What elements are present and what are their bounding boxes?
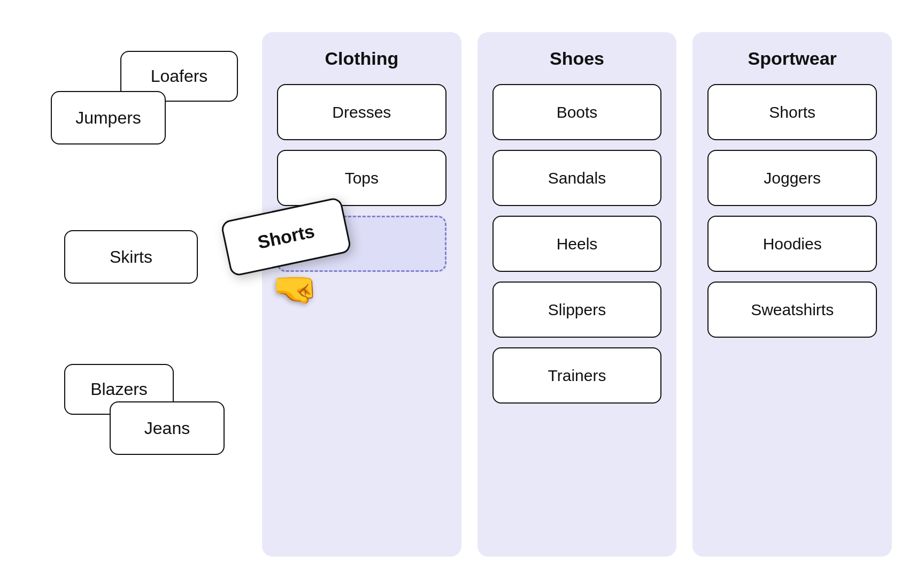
hand-cursor-icon: 🤛: [273, 268, 318, 310]
columns-area: Clothing Dresses Tops Shoes Boots Sa: [262, 21, 892, 557]
shoes-items: Boots Sandals Heels Slippers Trainers: [492, 84, 662, 404]
card-boots[interactable]: Boots: [492, 84, 662, 140]
column-shoes: Shoes Boots Sandals Heels Slippers Train…: [478, 32, 677, 557]
jeans-label: Jeans: [144, 419, 190, 438]
card-sweatshirts[interactable]: Sweatshirts: [707, 282, 877, 338]
card-skirts[interactable]: Skirts: [64, 230, 198, 284]
sandals-label: Sandals: [548, 169, 606, 187]
card-dresses[interactable]: Dresses: [277, 84, 446, 140]
blazers-label: Blazers: [90, 379, 148, 399]
heels-label: Heels: [557, 235, 598, 253]
card-sandals[interactable]: Sandals: [492, 150, 662, 206]
main-container: Loafers Jumpers Skirts Blazers Jeans Clo…: [0, 0, 924, 578]
clothing-title: Clothing: [325, 48, 398, 69]
shorts-sport-label: Shorts: [769, 103, 815, 121]
scatter-area: Loafers Jumpers Skirts Blazers Jeans: [32, 21, 262, 530]
loafers-label: Loafers: [151, 66, 208, 86]
skirts-label: Skirts: [110, 247, 152, 267]
joggers-label: Joggers: [764, 169, 821, 187]
boots-label: Boots: [557, 103, 598, 121]
sportwear-items: Shorts Joggers Hoodies Sweatshirts: [707, 84, 877, 338]
card-slippers[interactable]: Slippers: [492, 282, 662, 338]
trainers-label: Trainers: [548, 367, 606, 385]
tops-label: Tops: [345, 169, 379, 187]
slippers-label: Slippers: [548, 301, 606, 319]
jumpers-label: Jumpers: [75, 108, 141, 128]
card-joggers[interactable]: Joggers: [707, 150, 877, 206]
dragged-label: Shorts: [256, 220, 316, 253]
sweatshirts-label: Sweatshirts: [751, 301, 834, 319]
column-sportwear: Sportwear Shorts Joggers Hoodies Sweatsh…: [692, 32, 892, 557]
card-hoodies[interactable]: Hoodies: [707, 216, 877, 272]
card-heels[interactable]: Heels: [492, 216, 662, 272]
card-jeans[interactable]: Jeans: [110, 401, 225, 455]
card-jumpers[interactable]: Jumpers: [51, 91, 166, 144]
card-tops[interactable]: Tops: [277, 150, 446, 206]
card-trainers[interactable]: Trainers: [492, 347, 662, 404]
dresses-label: Dresses: [332, 103, 391, 121]
sportwear-title: Sportwear: [748, 48, 837, 69]
card-shorts-sport[interactable]: Shorts: [707, 84, 877, 140]
shoes-title: Shoes: [550, 48, 604, 69]
hoodies-label: Hoodies: [763, 235, 822, 253]
